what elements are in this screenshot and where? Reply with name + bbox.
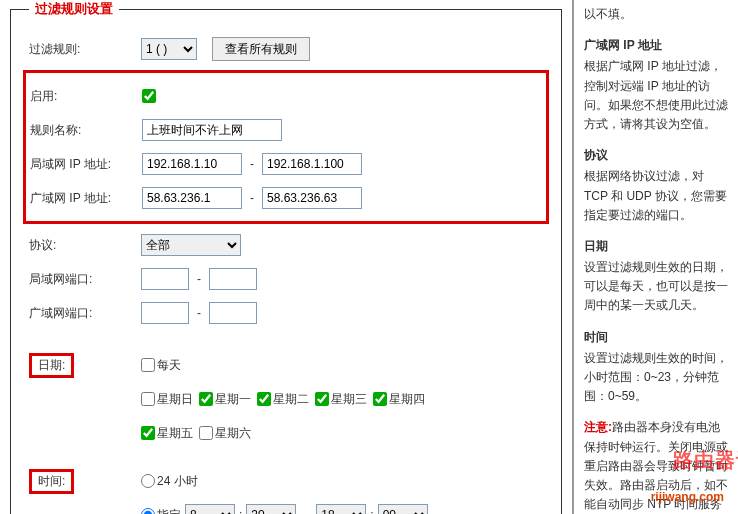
min-from-select[interactable]: 30 <box>246 504 296 514</box>
specify-label: 指定 <box>157 507 181 515</box>
everyday-label: 每天 <box>157 357 181 374</box>
range-sep: - <box>304 508 308 514</box>
monday-checkbox[interactable] <box>199 392 213 406</box>
lan-port-from-input[interactable] <box>141 268 189 290</box>
everyday-checkbox[interactable] <box>141 358 155 372</box>
label-lan-port: 局域网端口: <box>29 271 141 288</box>
colon: : <box>239 508 242 514</box>
range-sep: - <box>250 191 254 205</box>
range-sep: - <box>197 272 201 286</box>
wan-ip-from-input[interactable] <box>142 187 242 209</box>
side-p-proto: 根据网络协议过滤，对 TCP 和 UDP 协议，您需要指定要过滤的端口。 <box>584 167 729 225</box>
label-filter-rule: 过滤规则: <box>29 41 141 58</box>
side-h-date: 日期 <box>584 237 729 256</box>
wan-ip-to-input[interactable] <box>262 187 362 209</box>
lan-port-to-input[interactable] <box>209 268 257 290</box>
thursday-label: 星期四 <box>389 391 425 408</box>
lan-ip-from-input[interactable] <box>142 153 242 175</box>
label-protocol: 协议: <box>29 237 141 254</box>
fieldset-legend: 过滤规则设置 <box>29 0 119 18</box>
side-top-text: 以不填。 <box>584 5 729 24</box>
label-rule-name: 规则名称: <box>30 122 142 139</box>
friday-checkbox[interactable] <box>141 426 155 440</box>
side-h-proto: 协议 <box>584 146 729 165</box>
tuesday-checkbox[interactable] <box>257 392 271 406</box>
protocol-select[interactable]: 全部 <box>141 234 241 256</box>
label-wan-ip: 广域网 IP 地址: <box>30 190 142 207</box>
friday-label: 星期五 <box>157 425 193 442</box>
specify-radio[interactable] <box>141 508 155 514</box>
label-time: 时间: <box>29 469 74 494</box>
view-all-rules-button[interactable]: 查看所有规则 <box>212 37 310 61</box>
rule-name-input[interactable] <box>142 119 282 141</box>
wednesday-checkbox[interactable] <box>315 392 329 406</box>
tuesday-label: 星期二 <box>273 391 309 408</box>
wan-port-to-input[interactable] <box>209 302 257 324</box>
lan-ip-to-input[interactable] <box>262 153 362 175</box>
sunday-checkbox[interactable] <box>141 392 155 406</box>
range-sep: - <box>250 157 254 171</box>
brand-text: rijiwang.com <box>651 490 724 504</box>
side-p-time: 设置过滤规则生效的时间，小时范围：0~23，分钟范围：0~59。 <box>584 349 729 407</box>
monday-label: 星期一 <box>215 391 251 408</box>
allday-label: 24 小时 <box>157 473 198 490</box>
side-p-date: 设置过滤规则生效的日期，可以是每天，也可以是按一周中的某一天或几天。 <box>584 258 729 316</box>
thursday-checkbox[interactable] <box>373 392 387 406</box>
label-lan-ip: 局域网 IP 地址: <box>30 156 142 173</box>
hour-to-select[interactable]: 18 <box>316 504 366 514</box>
label-enable: 启用: <box>30 88 142 105</box>
label-wan-port: 广域网端口: <box>29 305 141 322</box>
side-h-time: 时间 <box>584 328 729 347</box>
colon: : <box>370 508 373 514</box>
label-date: 日期: <box>29 353 74 378</box>
side-h-wanip: 广域网 IP 地址 <box>584 36 729 55</box>
sunday-label: 星期日 <box>157 391 193 408</box>
saturday-checkbox[interactable] <box>199 426 213 440</box>
rule-select[interactable]: 1 ( ) <box>141 38 197 60</box>
range-sep: - <box>197 306 201 320</box>
hour-from-select[interactable]: 8 <box>185 504 235 514</box>
watermark-text: 路由器设置 <box>673 447 738 474</box>
side-p-wanip: 根据广域网 IP 地址过滤，控制对远端 IP 地址的访问。如果您不想使用此过滤方… <box>584 57 729 134</box>
wan-port-from-input[interactable] <box>141 302 189 324</box>
wednesday-label: 星期三 <box>331 391 367 408</box>
min-to-select[interactable]: 00 <box>378 504 428 514</box>
enable-checkbox[interactable] <box>142 89 156 103</box>
allday-radio[interactable] <box>141 474 155 488</box>
saturday-label: 星期六 <box>215 425 251 442</box>
